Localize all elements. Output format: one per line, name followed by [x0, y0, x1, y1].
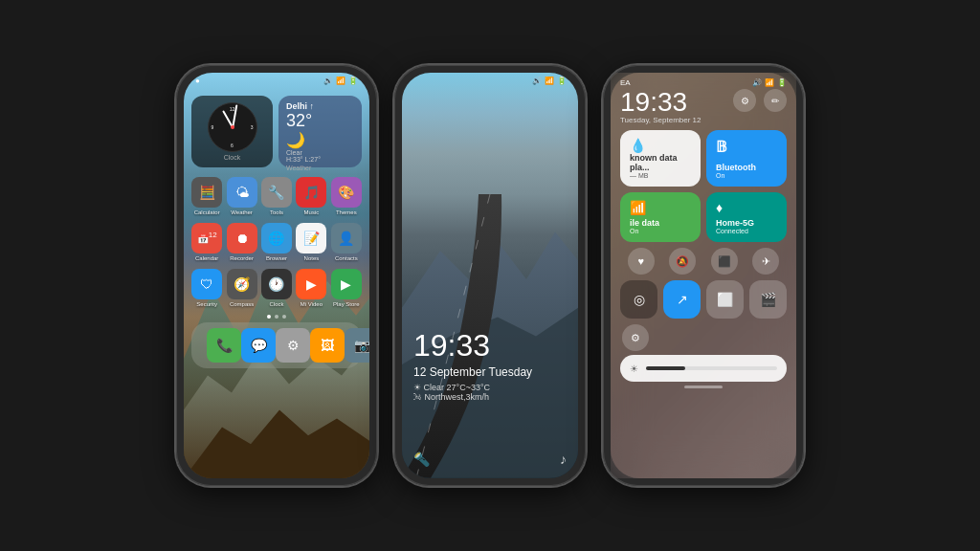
- status-bar-1: ● 🔊 📶 🔋: [184, 73, 369, 89]
- dock-settings[interactable]: ⚙: [276, 328, 310, 363]
- cc-date-display: Tuesday, September 12: [620, 116, 702, 124]
- cc-time-row: 19:33 Tuesday, September 12 ⚙ ✏: [620, 89, 787, 130]
- status-right-1: 🔊 📶 🔋: [323, 77, 358, 85]
- tile-bluetooth[interactable]: 𝔹 Bluetooth On: [706, 130, 787, 187]
- weather-temp: 32°: [286, 111, 354, 131]
- tiles-row2: ◎ ↗ ⬜ 🎬: [620, 280, 787, 319]
- brightness-slider[interactable]: ☀: [620, 355, 787, 382]
- toggle-silent[interactable]: 🔕: [669, 248, 696, 275]
- bluetooth-icon: 𝔹: [716, 138, 727, 156]
- tile-data[interactable]: 💧 known data pla... — MB: [620, 130, 701, 187]
- weather-city: Delhi ↑: [286, 101, 354, 111]
- tile-mobile-header: 📶: [630, 200, 691, 215]
- tile-mobile-title: ile data: [630, 218, 691, 228]
- app-security[interactable]: 🛡 Security: [191, 269, 222, 307]
- cc-top-buttons: ⚙ ✏: [733, 89, 787, 112]
- cc-status-left: EA: [620, 78, 631, 87]
- app-notes[interactable]: 📝 Notes: [296, 223, 326, 261]
- tile-data-header: 💧: [630, 138, 691, 153]
- dock: 📞 💬 ⚙ 🖼 📷: [191, 322, 362, 368]
- page-dots: [184, 311, 369, 322]
- app-play-store[interactable]: ▶ Play Store: [331, 269, 362, 307]
- tile-video[interactable]: 🎬: [749, 280, 787, 319]
- tile-location[interactable]: ↗: [663, 280, 701, 319]
- app-clock[interactable]: 🕐 Clock: [261, 269, 292, 307]
- app-grid-row3: 🛡 Security 🧭 Compass 🕐 Clock ▶ Mi Video …: [184, 265, 369, 311]
- app-mi-video[interactable]: ▶ Mi Video: [296, 269, 326, 307]
- brightness-track: [646, 366, 777, 370]
- tile-screenrec[interactable]: ⬜: [706, 280, 744, 319]
- tile-data-title: known data pla...: [630, 153, 691, 172]
- app-grid-row1: 🧮 Calculator 🌤 Weather 🔧 Tools 🎵 Music 🎨: [184, 173, 369, 219]
- dot-1: [267, 315, 271, 319]
- control-center: EA 🔊 📶 🔋 19:33 Tuesday, September 12 ⚙: [611, 73, 796, 478]
- tile-data-sub: — MB: [630, 172, 691, 179]
- weather-humidity: H:33° L:27°: [286, 156, 354, 163]
- clock-face: 12 6 9 3: [208, 102, 257, 152]
- dock-gallery[interactable]: 🖼: [310, 328, 345, 363]
- settings-toggle[interactable]: ⚙: [622, 324, 649, 351]
- clock-center: [231, 125, 234, 129]
- toggle-heart[interactable]: ♥: [628, 248, 655, 275]
- lock-flashlight-icon[interactable]: 🔦: [413, 452, 430, 467]
- cc-edit-icon[interactable]: ✏: [764, 89, 787, 112]
- dock-phone[interactable]: 📞: [207, 328, 241, 363]
- app-browser[interactable]: 🌐 Browser: [261, 223, 292, 261]
- weather-label: Weather: [286, 165, 354, 171]
- brightness-fill: [646, 366, 685, 370]
- phone-2: 🔊 📶 🔋 19:33 12 September Tuesday ☀ Clear…: [394, 65, 586, 486]
- dock-camera[interactable]: 📷: [345, 328, 369, 363]
- cc-time-display: 19:33: [620, 89, 702, 116]
- dot-3: [282, 315, 286, 319]
- app-music[interactable]: 🎵 Music: [296, 177, 326, 215]
- tile-bluetooth-title: Bluetooth: [716, 163, 777, 172]
- cc-status-bar: EA 🔊 📶 🔋: [620, 78, 787, 87]
- cc-status-icons: 🔊 📶 🔋: [752, 78, 787, 87]
- tile-mobile-data[interactable]: 📶 ile data On: [620, 192, 701, 242]
- tile-bluetooth-header: 𝔹: [716, 138, 777, 156]
- toggle-airplane[interactable]: ✈: [752, 248, 779, 275]
- home-indicator-row: [620, 386, 787, 388]
- app-compass[interactable]: 🧭 Compass: [226, 269, 256, 307]
- tiles-grid-top: 💧 known data pla... — MB 𝔹 Blu: [620, 130, 787, 242]
- toggle-screen[interactable]: ⬛: [711, 248, 738, 275]
- dot-2: [275, 315, 278, 319]
- tile-wifi[interactable]: ♦ Home-5G Connected: [706, 192, 787, 242]
- lock-time-display: 19:33: [413, 328, 532, 364]
- app-grid-row2: 📅12 Calendar ⏺ Recorder 🌐 Browser 📝 Note…: [184, 219, 369, 265]
- app-recorder[interactable]: ⏺ Recorder: [226, 223, 256, 261]
- app-tools[interactable]: 🔧 Tools: [261, 177, 292, 215]
- dock-messages[interactable]: 💬: [241, 328, 276, 363]
- status-left-1: ●: [195, 77, 200, 85]
- gear-row: ⚙: [620, 324, 787, 351]
- cc-settings-icon[interactable]: ⚙: [733, 89, 756, 112]
- tile-dnd[interactable]: ◎: [620, 280, 657, 319]
- app-themes[interactable]: 🎨 Themes: [331, 177, 362, 215]
- lock-music-icon[interactable]: ♪: [560, 452, 567, 467]
- phone-1: ● 🔊 📶 🔋 12 6 9 3: [176, 65, 377, 486]
- clock-widget[interactable]: 12 6 9 3 Clock: [191, 96, 273, 167]
- lock-date-display: 12 September Tuesday: [413, 365, 532, 379]
- tile-mobile-sub: On: [630, 228, 691, 234]
- tile-wifi-sub: Connected: [716, 228, 777, 234]
- phone-3: EA 🔊 📶 🔋 19:33 Tuesday, September 12 ⚙: [603, 65, 804, 486]
- lock-screen-info: 19:33 12 September Tuesday ☀ Clear 27°C~…: [413, 328, 532, 402]
- weather-widget[interactable]: Delhi ↑ 32° 🌙 Clear H:33° L:27° Weather: [278, 96, 362, 167]
- data-icon: 💧: [630, 138, 646, 153]
- mobile-data-icon: 📶: [630, 200, 646, 215]
- lock-weather-display: ☀ Clear 27°C~33°C: [413, 383, 532, 392]
- app-contacts[interactable]: 👤 Contacts: [331, 223, 362, 261]
- lock-bottom-bar: 🔦 ♪: [402, 452, 578, 467]
- wifi-icon: ♦: [716, 200, 723, 215]
- brightness-icon: ☀: [630, 364, 638, 374]
- tile-wifi-title: Home-5G: [716, 218, 777, 228]
- app-calculator[interactable]: 🧮 Calculator: [191, 177, 222, 215]
- app-calendar[interactable]: 📅12 Calendar: [191, 223, 222, 261]
- weather-desc: Clear: [286, 149, 354, 156]
- quick-toggles: ♥ 🔕 ⬛ ✈: [620, 248, 787, 275]
- clock-label: Clock: [224, 154, 241, 161]
- status-right-2: 🔊 📶 🔋: [532, 77, 567, 85]
- app-weather[interactable]: 🌤 Weather: [226, 177, 256, 215]
- status-bar-2: 🔊 📶 🔋: [402, 73, 578, 89]
- lock-wind-display: 🌬 Northwest,3km/h: [413, 392, 532, 402]
